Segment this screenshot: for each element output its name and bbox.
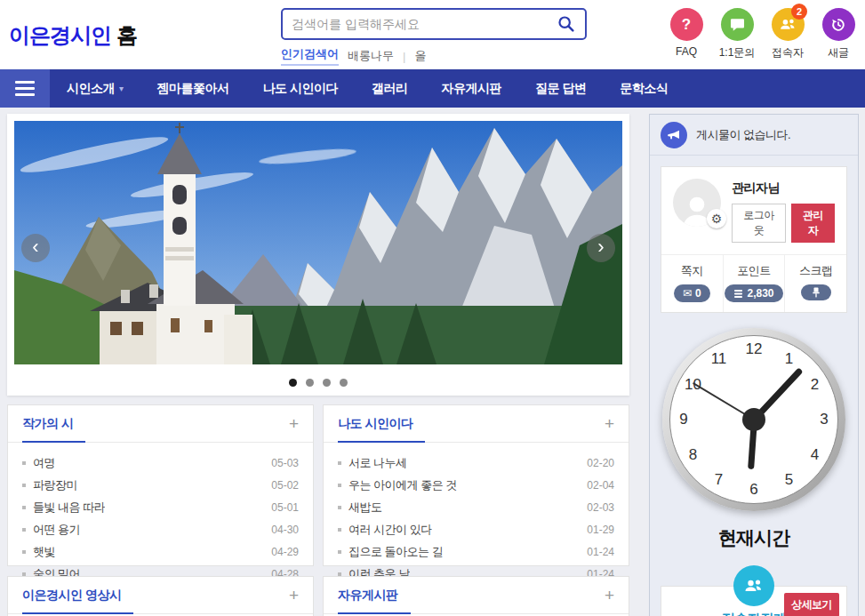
board-title[interactable]: 자유게시판 (338, 577, 398, 613)
board-author-poems: 작가의 시 + 여명05-03 파랑장미05-02 들빛 내음 따라05-01 … (7, 404, 314, 566)
current-time-label: 현재시간 (650, 525, 858, 550)
inquiry-label: 1:1문의 (716, 45, 758, 60)
clock-number: 6 (743, 479, 765, 500)
plus-icon[interactable]: + (605, 587, 614, 604)
nav-item-gemma[interactable]: 젬마를쫓아서 (140, 69, 246, 108)
search-input[interactable] (281, 8, 587, 40)
post-link[interactable]: 우는 아이에게 좋은 것 (338, 477, 457, 493)
list-item: 새밥도02-03 (338, 496, 614, 518)
gear-icon[interactable]: ⚙ (707, 209, 726, 228)
nav-item-me-too-poet[interactable]: 나도 시인이다 (246, 69, 355, 108)
inquiry-button[interactable]: 1:1문의 (716, 8, 758, 60)
chevron-down-icon: ▾ (119, 84, 124, 93)
carousel-slide-image (14, 121, 622, 364)
plus-icon[interactable]: + (289, 587, 299, 604)
visitors-button[interactable]: 2 접속자 (766, 8, 809, 60)
list-item: 파랑장미05-02 (22, 474, 299, 496)
new-posts-label: 새글 (817, 45, 860, 60)
keyword-separator: | (403, 50, 405, 63)
nav-item-literature-news[interactable]: 문학소식 (603, 69, 685, 108)
logout-button[interactable]: 로그아웃 (732, 204, 786, 243)
nav-item-gallery[interactable]: 갤러리 (355, 69, 425, 108)
menu-toggle-button[interactable] (0, 69, 50, 108)
carousel-dots (7, 379, 629, 387)
post-date: 05-02 (271, 479, 299, 492)
post-date: 01-29 (587, 524, 614, 536)
points-stat[interactable]: 포인트 2,830 (723, 255, 785, 312)
nav-item-qna[interactable]: 질문 답변 (518, 69, 603, 108)
clock-number: 2 (804, 374, 825, 396)
clock-center-cap (742, 408, 765, 431)
carousel-dot-1[interactable] (289, 379, 297, 387)
board-free-board: 자유게시판 + (323, 576, 629, 616)
clock-number: 12 (743, 339, 765, 360)
post-link[interactable]: 들빛 내음 따라 (22, 500, 105, 516)
post-link[interactable]: 집으로 돌아오는 길 (338, 544, 443, 560)
mail-icon: ✉ (683, 287, 692, 300)
users-icon (733, 565, 774, 606)
list-item: 햇빛04-29 (22, 540, 299, 563)
coins-icon (733, 289, 743, 299)
page-content: ‹ › 작가의 시 + 여명05-03 파랑장미05-02 들빛 내음 따라05… (0, 108, 865, 616)
list-item: 집으로 돌아오는 길01-24 (338, 540, 614, 563)
main-navbar: 시인소개▾ 젬마를쫓아서 나도 시인이다 갤러리 자유게시판 질문 답변 문학소… (0, 69, 865, 108)
popular-label: 인기검색어 (281, 46, 339, 66)
post-link[interactable]: 서로 나누세 (338, 455, 407, 471)
clock-number: 1 (779, 348, 800, 370)
right-sidebar: 게시물이 없습니다. ⚙ 관리자님 로그아웃 관리자 (649, 114, 859, 616)
post-link[interactable]: 파랑장미 (22, 477, 77, 493)
plus-icon[interactable]: + (605, 415, 614, 432)
post-date: 04-29 (271, 546, 299, 558)
board-title[interactable]: 나도 시인이다 (338, 405, 412, 442)
megaphone-icon (661, 122, 687, 148)
clock-number: 11 (709, 348, 730, 370)
visitor-count-badge: 2 (791, 4, 807, 20)
messages-stat[interactable]: 쪽지 ✉0 (661, 255, 723, 312)
carousel-prev-button[interactable]: ‹ (21, 234, 50, 262)
clock-number: 9 (673, 409, 694, 430)
clock-number: 5 (779, 469, 800, 491)
post-date: 02-04 (587, 479, 614, 492)
clock-number: 7 (709, 469, 730, 491)
post-date: 01-24 (587, 546, 614, 558)
plus-icon[interactable]: + (289, 415, 299, 432)
popular-keyword-2[interactable]: 올 (414, 48, 426, 64)
site-header: 이은경시인홈 인기검색어 배롱나무 | 올 ? FAQ 1:1문의 (0, 0, 865, 69)
carousel-next-button[interactable]: › (587, 234, 615, 262)
scrap-stat[interactable]: 스크랩 (784, 255, 846, 312)
notice-bar: 게시물이 없습니다. (650, 115, 858, 156)
list-item: 서로 나누세02-20 (338, 452, 614, 474)
popular-keyword-1[interactable]: 배롱나무 (348, 48, 394, 64)
logo-secondary: 홈 (116, 23, 137, 47)
post-link[interactable]: 햇빛 (22, 544, 55, 560)
list-item: 여러 시간이 있다01-29 (338, 518, 614, 540)
clock-number: 8 (683, 444, 704, 466)
nav-item-free-board[interactable]: 자유게시판 (424, 69, 518, 108)
list-item: 우는 아이에게 좋은 것02-04 (338, 474, 614, 496)
main-carousel: ‹ › (7, 114, 629, 396)
post-link[interactable]: 새밥도 (338, 500, 382, 516)
board-title[interactable]: 작가의 시 (22, 405, 73, 442)
faq-button[interactable]: ? FAQ (665, 8, 708, 60)
post-link[interactable]: 여러 시간이 있다 (338, 522, 432, 538)
history-icon (822, 8, 855, 41)
board-title[interactable]: 이은경시인 영상시 (22, 577, 121, 613)
carousel-dot-4[interactable] (340, 379, 348, 387)
faq-label: FAQ (665, 45, 708, 58)
question-icon: ? (670, 8, 703, 41)
nav-item-poet-intro[interactable]: 시인소개▾ (50, 69, 140, 108)
list-item: 어떤 용기04-30 (22, 518, 299, 540)
post-link[interactable]: 어떤 용기 (22, 522, 80, 538)
visitors-label: 접속자 (766, 45, 809, 60)
hamburger-icon (15, 81, 35, 84)
new-posts-button[interactable]: 새글 (817, 8, 860, 60)
search-button[interactable] (557, 12, 583, 36)
post-date: 05-03 (271, 457, 299, 469)
carousel-dot-2[interactable] (306, 379, 314, 387)
site-logo[interactable]: 이은경시인홈 (9, 21, 137, 50)
detail-view-button[interactable]: 상세보기 (784, 593, 839, 616)
search-icon (557, 14, 583, 34)
list-item: 들빛 내음 따라05-01 (22, 496, 299, 518)
carousel-dot-3[interactable] (323, 379, 331, 387)
post-link[interactable]: 여명 (22, 455, 55, 471)
